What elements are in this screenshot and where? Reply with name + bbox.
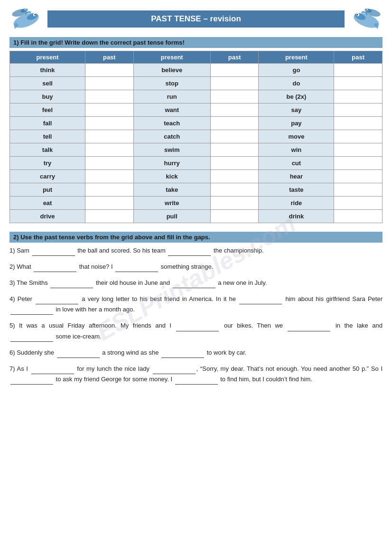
blank-6-1[interactable]: [153, 367, 196, 374]
cell-past-r9-c5: [334, 183, 383, 197]
cell-past-r7-c1: [85, 157, 134, 170]
table-row: thinkbelievego: [10, 64, 383, 77]
cell-past-r8-c3: [210, 170, 259, 183]
cell-present-r10-c0: eat: [10, 197, 85, 210]
cell-past-r11-c5: [334, 210, 383, 223]
cell-present-r10-c2: write: [133, 197, 210, 210]
cell-present-r3-c2: want: [133, 103, 210, 117]
blank-5-1[interactable]: [161, 351, 204, 358]
cell-present-r8-c2: kick: [133, 170, 210, 183]
section2-header: 2) Use the past tense verbs from the gri…: [9, 232, 383, 243]
cell-present-r0-c0: think: [10, 64, 85, 77]
cell-past-r11-c3: [210, 210, 259, 223]
cell-present-r11-c2: pull: [133, 210, 210, 223]
blank-1-0[interactable]: [34, 265, 76, 272]
cell-present-r11-c4: drink: [259, 210, 334, 223]
cell-present-r2-c2: run: [133, 90, 210, 103]
cell-present-r0-c2: believe: [133, 64, 210, 77]
cell-present-r4-c4: pay: [259, 117, 334, 130]
cell-present-r9-c2: take: [133, 183, 210, 197]
sentence-text-5-1: a strong wind as she: [101, 349, 160, 356]
cell-past-r6-c3: [210, 143, 259, 157]
page-title: PAST TENSE – revision: [47, 10, 345, 28]
blank-0-0[interactable]: [32, 249, 75, 256]
cell-present-r7-c0: try: [10, 157, 85, 170]
blank-4-0[interactable]: [176, 325, 219, 331]
blank-4-1[interactable]: [288, 325, 330, 331]
sentence-text-5-2: to work by car.: [205, 349, 246, 356]
cell-present-r6-c0: talk: [10, 143, 85, 157]
cell-present-r6-c2: swim: [133, 143, 210, 157]
cell-past-r2-c3: [210, 90, 259, 103]
blank-0-1[interactable]: [168, 249, 211, 256]
col-past3: past: [334, 51, 383, 64]
sentence-s2: 2) What that noise? I something strange.: [9, 262, 383, 272]
table-row: sellstopdo: [10, 77, 383, 90]
dolphin-right-icon: [349, 5, 383, 33]
cell-present-r2-c0: buy: [10, 90, 85, 103]
cell-present-r11-c0: drive: [10, 210, 85, 223]
cell-past-r10-c5: [334, 197, 383, 210]
cell-past-r4-c1: [85, 117, 134, 130]
cell-present-r0-c4: go: [259, 64, 334, 77]
header: PAST TENSE – revision: [9, 5, 383, 33]
cell-present-r1-c2: stop: [133, 77, 210, 90]
blank-3-1[interactable]: [239, 298, 282, 304]
blank-1-1[interactable]: [115, 265, 158, 272]
blank-6-0[interactable]: [31, 367, 74, 374]
blank-2-0[interactable]: [50, 282, 93, 288]
cell-past-r9-c1: [85, 183, 134, 197]
sentences-section: 1) Sam the ball and scored. So his team …: [9, 245, 383, 385]
table-row: tellcatchmove: [10, 130, 383, 143]
sentence-text-3-3: in love with her a month ago.: [54, 306, 135, 313]
cell-past-r5-c5: [334, 130, 383, 143]
blank-6-3[interactable]: [175, 378, 218, 385]
sentence-text-6-1: for my lunch the nice lady: [75, 365, 152, 372]
cell-past-r5-c3: [210, 130, 259, 143]
cell-past-r7-c3: [210, 157, 259, 170]
cell-present-r9-c0: put: [10, 183, 85, 197]
cell-present-r9-c4: taste: [259, 183, 334, 197]
blank-3-0[interactable]: [36, 298, 78, 304]
blank-4-2[interactable]: [10, 335, 53, 342]
sentence-text-6-4: to find him, but I couldn’t find him.: [219, 376, 312, 383]
cell-past-r4-c3: [210, 117, 259, 130]
sentence-text-2-2: a new one in July.: [216, 279, 267, 286]
blank-3-2[interactable]: [10, 308, 53, 315]
section1-header: 1) Fill in the grid! Write down the corr…: [9, 37, 383, 48]
svg-point-15: [366, 9, 367, 10]
cell-present-r7-c4: cut: [259, 157, 334, 170]
sentence-text-6-0: 7) As I: [9, 365, 30, 372]
svg-point-11: [356, 14, 358, 15]
cell-present-r4-c0: fall: [10, 117, 85, 130]
cell-present-r1-c4: do: [259, 77, 334, 90]
cell-present-r7-c2: hurry: [133, 157, 210, 170]
svg-point-7: [25, 9, 26, 10]
col-past2: past: [210, 51, 259, 64]
table-row: eatwriteride: [10, 197, 383, 210]
sentence-text-0-0: 1) Sam: [9, 247, 31, 254]
cell-present-r3-c0: feel: [10, 103, 85, 117]
cell-present-r10-c4: ride: [259, 197, 334, 210]
sentence-s3: 3) The Smiths their old house in June an…: [9, 278, 383, 288]
sentence-s1: 1) Sam the ball and scored. So his team …: [9, 245, 383, 256]
table-row: buyrunbe (2x): [10, 90, 383, 103]
blank-5-0[interactable]: [57, 351, 100, 358]
cell-past-r0-c3: [210, 64, 259, 77]
sentence-s6: 6) Suddenly she a strong wind as she to …: [9, 348, 383, 358]
table-row: carrykickhear: [10, 170, 383, 183]
blank-2-1[interactable]: [173, 282, 215, 288]
sentence-text-5-0: 6) Suddenly she: [9, 349, 56, 356]
blank-6-2[interactable]: [10, 378, 53, 385]
cell-past-r2-c5: [334, 90, 383, 103]
dolphin-left-icon: [9, 5, 43, 33]
sentence-text-1-0: 2) What: [9, 263, 33, 270]
verb-table: present past present past present past t…: [9, 51, 383, 223]
cell-past-r0-c5: [334, 64, 383, 77]
cell-past-r11-c1: [85, 210, 134, 223]
cell-present-r6-c4: win: [259, 143, 334, 157]
sentence-s5: 5) It was a usual Friday afternoon. My f…: [9, 320, 383, 341]
cell-present-r2-c4: be (2x): [259, 90, 334, 103]
cell-past-r9-c3: [210, 183, 259, 197]
sentence-text-6-3: to ask my friend George for some money. …: [54, 376, 174, 383]
